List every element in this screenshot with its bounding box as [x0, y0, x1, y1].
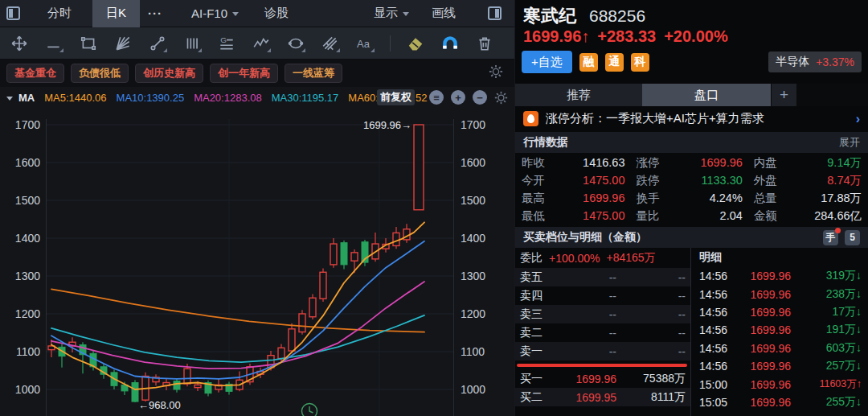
candle [320, 269, 326, 302]
wave-tool-icon[interactable] [252, 34, 271, 53]
quote-grid: 昨收1416.63涨停1699.96内盘9.14万今开1475.00跌停1133… [522, 154, 862, 224]
vertical-lines-tool-icon[interactable] [182, 34, 202, 53]
tags-settings-gear-icon[interactable] [489, 64, 503, 82]
trade-detail-cell: 14:56 [699, 323, 736, 336]
quote-section-title: 行情数据 [523, 135, 568, 150]
limit-up-analysis-row[interactable]: 涨停分析：一季报大增+AI芯片+算力需求 › [515, 106, 868, 131]
price-line: 1699.96↑ +283.33 +20.00% [523, 27, 728, 46]
display-dropdown[interactable]: 显示 [366, 0, 417, 27]
trash-tool-icon[interactable] [475, 34, 494, 53]
magnet-tool-icon[interactable] [440, 34, 460, 53]
panel-left-icon [6, 6, 20, 20]
candle [132, 380, 138, 402]
order-book-title: 买卖档位与明细（金额） [523, 230, 647, 245]
order-book-row[interactable]: 卖二---- [515, 323, 690, 342]
add-tab-button[interactable]: + [772, 84, 796, 106]
move-tool-icon[interactable] [10, 34, 29, 53]
draw-line-button[interactable]: 画线 [424, 0, 464, 27]
diagnose-button[interactable]: 诊股 [256, 0, 297, 27]
ma60-value-suffix: 52 [416, 92, 427, 104]
tab-recommend[interactable]: 推荐 [515, 84, 642, 106]
expand-button[interactable]: 展开 [839, 135, 860, 150]
order-book-row[interactable]: 卖五---- [515, 268, 690, 286]
margin-badge[interactable]: 融 [579, 53, 598, 72]
zoom-in-icon[interactable]: + [451, 90, 465, 105]
trade-detail-list: 14:561699.96319万↓14:561699.96238万↓14:561… [691, 267, 868, 411]
connect-badge[interactable]: 通 [605, 53, 624, 72]
order-book-row[interactable]: 卖一---- [515, 342, 690, 360]
ma-line-MA20 [51, 282, 424, 369]
quote-value: 1475.00 [557, 209, 624, 222]
quote-value: 284.66亿 [789, 208, 862, 224]
quote-panel: 寒武纪 688256 1699.96↑ +283.33 +20.00% +自选 … [514, 0, 868, 416]
collapse-right-panel-button[interactable] [480, 0, 510, 27]
add-watchlist-button[interactable]: +自选 [522, 51, 572, 73]
quote-label: 总量 [754, 191, 789, 206]
candlestick-chart[interactable]: 1700170016001600150015001400140013001300… [0, 87, 514, 416]
ellipse-tool-icon[interactable] [286, 34, 305, 53]
sector-change: +3.37% [816, 56, 854, 68]
ma-collapse-chevron-icon[interactable] [6, 97, 13, 101]
zoom-out-icon[interactable]: − [473, 90, 487, 105]
high-annotation: 1699.96→ [363, 119, 411, 131]
order-book-row[interactable]: 卖四---- [515, 286, 690, 305]
fan-lines-tool-icon[interactable] [113, 34, 133, 53]
ma60-value: MA60: [348, 92, 379, 104]
order-book-row[interactable]: 买二1699.958111万 [515, 388, 690, 406]
quote-label: 昨收 [522, 155, 557, 171]
more-periods-button[interactable]: ··· [140, 0, 170, 27]
order-book-row[interactable]: 买一1699.9675388万 [515, 369, 690, 388]
trendline-tool-icon[interactable] [44, 34, 63, 53]
candle [351, 249, 358, 273]
star-market-badge[interactable]: 科 [631, 53, 649, 72]
rectangle-tool-icon[interactable] [79, 34, 98, 53]
svg-text:1400: 1400 [461, 232, 485, 245]
trade-detail-cell: 319万↓ [791, 269, 862, 283]
tag-low-debt[interactable]: 负债很低 [71, 64, 129, 83]
tag-one-year-high[interactable]: 创一年新高 [210, 64, 278, 83]
chevron-down-icon [403, 12, 409, 16]
tab-pankou[interactable]: 盘口 [642, 84, 771, 106]
sector-chip[interactable]: 半导体 +3.37% [768, 51, 862, 72]
svg-text:1300: 1300 [15, 270, 40, 282]
price-adjust-mode-button[interactable]: 前复权 [377, 89, 415, 105]
stock-tags-bar: 基金重仓 负债很低 创历史新高 创一年新高 一线蓝筹 [0, 60, 514, 87]
eraser-tool-icon[interactable] [406, 34, 425, 53]
order-book-cell: 8111万 [616, 390, 686, 405]
lots-unit-badge[interactable]: 手 [823, 230, 838, 245]
tag-blue-chip[interactable]: 一线蓝筹 [285, 64, 342, 83]
segment-tool-icon[interactable] [148, 34, 167, 53]
trade-detail-cell: 17万↓ [791, 305, 862, 319]
tag-all-time-high[interactable]: 创历史新高 [135, 64, 203, 83]
quote-label: 涨停 [636, 155, 671, 171]
ai-f10-dropdown[interactable]: AI-F10 [183, 0, 247, 27]
text-tool-icon[interactable]: Aa [355, 34, 375, 53]
trade-detail-cell: 1699.96 [736, 288, 791, 301]
order-book-cell: -- [554, 308, 616, 321]
tag-fund-heavy[interactable]: 基金重仓 [6, 64, 64, 83]
indicator-list-icon[interactable]: ≡ [429, 90, 444, 105]
order-book-cell: 卖五 [520, 270, 554, 285]
order-book-row[interactable]: 卖三---- [515, 305, 690, 323]
order-book-cell: 卖四 [520, 289, 554, 303]
svg-text:G: G [220, 35, 227, 43]
weibi-row: 委比 +100.00% +84165万 [515, 248, 690, 268]
ma5-value: MA5:1440.06 [44, 92, 106, 104]
tab-minute[interactable]: 分时 [39, 0, 80, 27]
stock-app: 分时 日K ··· AI-F10 诊股 显示 画线 G Aa [0, 0, 868, 416]
tab-daily-k[interactable]: 日K [92, 0, 140, 27]
order-book-cell: 75388万 [616, 372, 686, 386]
collapse-left-panel-button[interactable] [0, 0, 27, 27]
trade-detail-row: 14:561699.96319万↓ [691, 267, 868, 285]
quote-value: 1416.63 [557, 156, 624, 169]
candle [309, 294, 316, 319]
five-level-badge[interactable]: 5 [845, 230, 860, 245]
pitchfork-tool-icon[interactable] [321, 34, 340, 53]
svg-text:1600: 1600 [461, 156, 485, 169]
gann-tool-icon[interactable]: G [217, 34, 236, 53]
chevron-right-icon[interactable]: › [856, 112, 860, 126]
panel-tabs: 推荐 盘口 + [515, 84, 868, 106]
trade-detail-cell: 15:00 [699, 378, 736, 391]
chart-settings-gear-icon[interactable] [494, 91, 508, 105]
candle [393, 227, 399, 249]
